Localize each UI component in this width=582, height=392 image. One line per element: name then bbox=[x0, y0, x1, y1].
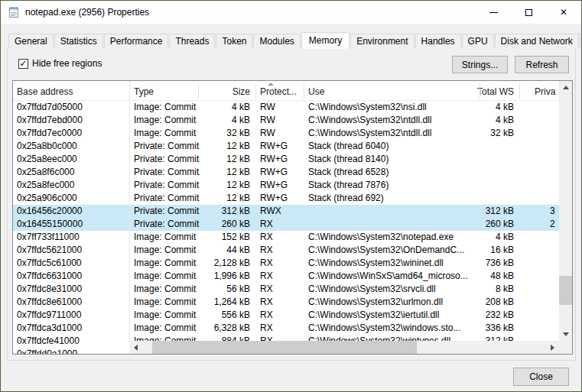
table-row[interactable]: 0x25a8f6c000Private: Commit12 kBRW+GStac… bbox=[13, 166, 572, 179]
arrow-left-icon bbox=[134, 345, 138, 351]
cell-base: 0x7ff733f11000 bbox=[17, 231, 125, 244]
cell-priva bbox=[550, 296, 557, 309]
table-row[interactable]: 0x7ffdd7ebd000Image: Commit4 kBRWC:\Wind… bbox=[13, 114, 572, 127]
cell-totalws: 336 kB bbox=[441, 322, 514, 335]
cell-priva bbox=[550, 114, 557, 127]
table-row[interactable]: 0x7ffdd7ec0000Image: Commit32 kBRWC:\Win… bbox=[13, 127, 572, 140]
horizontal-scroll-thumb[interactable] bbox=[152, 341, 417, 354]
tab-memory[interactable]: Memory bbox=[301, 32, 350, 49]
table-row[interactable]: 0x7ffdc5621000Image: Commit44 kBRXC:\Win… bbox=[13, 244, 572, 257]
cell-base: 0x7ffdd7ec0000 bbox=[17, 127, 125, 140]
cell-priva bbox=[550, 283, 557, 296]
table-row[interactable]: 0x7ffdd7d05000Image: Commit4 kBRWC:\Wind… bbox=[13, 101, 572, 114]
refresh-button[interactable]: Refresh bbox=[515, 56, 569, 73]
horizontal-scrollbar[interactable] bbox=[129, 341, 559, 354]
scroll-down-button[interactable] bbox=[559, 328, 572, 341]
cell-size: 6,328 kB bbox=[189, 322, 250, 335]
table-row[interactable]: 0x16456c20000Private: Commit312 kBRWX312… bbox=[13, 205, 572, 218]
arrow-up-icon bbox=[563, 86, 569, 89]
cell-base: 0x7ffdc8e31000 bbox=[17, 283, 125, 296]
cell-totalws: 232 kB bbox=[441, 309, 514, 322]
table-row[interactable]: 0x25a8fec000Private: Commit12 kBRW+GStac… bbox=[13, 179, 572, 192]
minimize-button[interactable] bbox=[476, 1, 511, 24]
cell-base: 0x7ffdc6631000 bbox=[17, 270, 125, 283]
fixed-column-divider bbox=[129, 81, 130, 354]
cell-protect: RX bbox=[260, 218, 304, 231]
cell-totalws: 8 kB bbox=[441, 283, 514, 296]
cell-base: 0x25a8eec000 bbox=[17, 153, 125, 166]
column-header-protect[interactable]: Protect... bbox=[260, 81, 304, 101]
column-header-priva[interactable]: Priva bbox=[535, 81, 558, 101]
cell-size: 312 kB bbox=[189, 205, 250, 218]
scroll-right-button[interactable] bbox=[546, 341, 559, 354]
tab-handles[interactable]: Handles bbox=[415, 34, 461, 48]
table-row[interactable]: 0x25a906c000Private: Commit12 kBRW+GStac… bbox=[13, 192, 572, 205]
table-row[interactable]: 0x7ffdc9711000Image: Commit556 kBRXC:\Wi… bbox=[13, 309, 572, 322]
arrow-down-icon bbox=[563, 332, 569, 336]
maximize-button[interactable] bbox=[511, 1, 546, 24]
column-header-base[interactable]: Base address bbox=[17, 81, 125, 101]
cell-protect: RX bbox=[260, 322, 304, 335]
cell-size: 4 kB bbox=[189, 114, 250, 127]
column-header-totalws[interactable]: Total WS bbox=[441, 81, 514, 101]
close-window-button[interactable]: ✕ bbox=[546, 1, 581, 24]
scroll-left-button[interactable] bbox=[129, 341, 142, 354]
header-separator bbox=[198, 83, 199, 99]
cell-size: 12 kB bbox=[189, 140, 250, 153]
cell-priva: 2 bbox=[550, 218, 557, 231]
cell-size: 260 kB bbox=[189, 218, 250, 231]
cell-size: 56 kB bbox=[189, 283, 250, 296]
cell-protect: RW+G bbox=[260, 140, 304, 153]
tab-performance[interactable]: Performance bbox=[104, 34, 169, 48]
vertical-scroll-thumb[interactable] bbox=[559, 276, 572, 305]
cell-size: 12 kB bbox=[189, 153, 250, 166]
tab-environment[interactable]: Environment bbox=[350, 34, 414, 48]
table-row[interactable]: 0x7ffdca3d1000Image: Commit6,328 kBRXC:\… bbox=[13, 322, 572, 335]
tab-threads[interactable]: Threads bbox=[169, 34, 215, 48]
tab-gpu[interactable]: GPU bbox=[462, 34, 494, 48]
header-separator bbox=[480, 83, 480, 99]
hide-free-regions-checkbox[interactable]: ✓ Hide free regions bbox=[18, 58, 102, 69]
memory-tab-page: ✓ Hide free regions Strings... Refresh B… bbox=[7, 47, 576, 361]
titlebar[interactable]: notepad.exe (2956) Properties ✕ bbox=[1, 1, 581, 24]
table-row[interactable]: 0x7ffdc8e61000Image: Commit1,264 kBRXC:\… bbox=[13, 296, 572, 309]
tab-statistics[interactable]: Statistics bbox=[54, 34, 103, 48]
table-row[interactable]: 0x7ffdc8e31000Image: Commit56 kBRXC:\Win… bbox=[13, 283, 572, 296]
cell-protect: RW+G bbox=[260, 192, 304, 205]
close-dialog-button[interactable]: Close bbox=[513, 368, 569, 386]
cell-totalws: 312 kB bbox=[441, 205, 514, 218]
vertical-scrollbar[interactable] bbox=[559, 81, 572, 341]
tab-comment[interactable]: Comment bbox=[580, 34, 582, 48]
cell-totalws bbox=[441, 140, 514, 153]
cell-totalws bbox=[441, 153, 514, 166]
tab-token[interactable]: Token bbox=[216, 34, 252, 48]
cell-size: 2,128 kB bbox=[189, 257, 250, 270]
cell-totalws: 4 kB bbox=[441, 101, 514, 114]
strings-button[interactable]: Strings... bbox=[452, 56, 508, 73]
table-row[interactable]: 0x25a8b0c000Private: Commit12 kBRW+GStac… bbox=[13, 140, 572, 153]
hide-free-regions-label: Hide free regions bbox=[32, 58, 102, 69]
table-row[interactable]: 0x16455150000Private: Commit260 kBRX260 … bbox=[13, 218, 572, 231]
scroll-up-button[interactable] bbox=[559, 81, 572, 94]
cell-totalws: 48 kB bbox=[441, 270, 514, 283]
tab-modules[interactable]: Modules bbox=[253, 34, 300, 48]
table-row[interactable]: 0x25a8eec000Private: Commit12 kBRW+GStac… bbox=[13, 153, 572, 166]
table-row[interactable]: 0x7ffdc5c61000Image: Commit2,128 kBRXC:\… bbox=[13, 257, 572, 270]
cell-protect: RX bbox=[260, 270, 304, 283]
tab-general[interactable]: General bbox=[8, 34, 54, 48]
cell-protect: RWX bbox=[260, 205, 304, 218]
cell-totalws: 208 kB bbox=[441, 296, 514, 309]
cell-priva bbox=[550, 244, 557, 257]
tab-disk-and-network[interactable]: Disk and Network bbox=[495, 34, 579, 48]
table-row[interactable]: 0x7ffdc6631000Image: Commit1,996 kBRXC:\… bbox=[13, 270, 572, 283]
table-row[interactable]: 0x7ff733f11000Image: Commit152 kBRXC:\Wi… bbox=[13, 231, 572, 244]
cell-priva bbox=[550, 127, 557, 140]
cell-totalws bbox=[441, 166, 514, 179]
properties-dialog: notepad.exe (2956) Properties ✕ GeneralS… bbox=[0, 0, 582, 392]
window-title: notepad.exe (2956) Properties bbox=[25, 7, 149, 18]
cell-base: 0x25a8f6c000 bbox=[17, 166, 125, 179]
cell-base: 0x16456c20000 bbox=[17, 205, 125, 218]
cell-base: 0x7ffdca3d1000 bbox=[17, 322, 125, 335]
notepad-icon bbox=[8, 6, 20, 18]
cell-priva bbox=[550, 140, 557, 153]
